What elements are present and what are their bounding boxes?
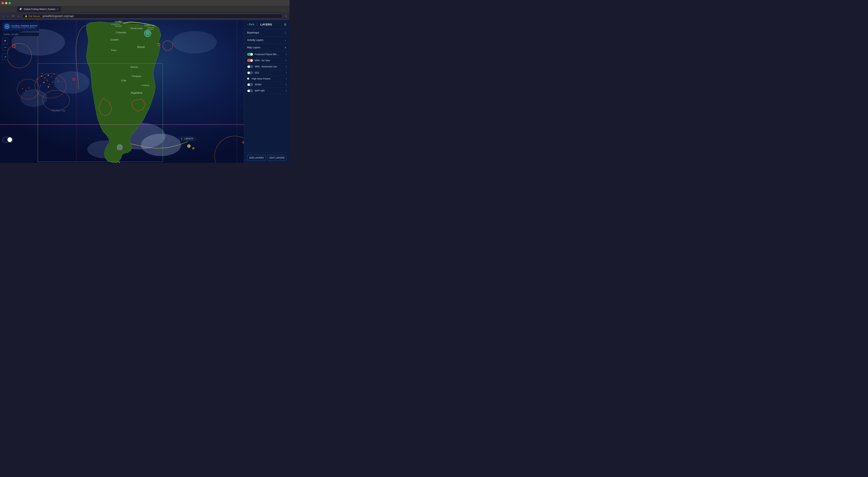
svg-point-63 (192, 147, 194, 149)
map-background: Venezuela Colombia Ecuador Perú Brasil B… (0, 20, 244, 163)
svg-point-33 (58, 81, 59, 82)
svg-point-25 (41, 76, 42, 77)
lock-icon: 🔒 (25, 15, 27, 17)
mpa-restricted-name: MPA - Restricted Use (255, 65, 284, 68)
logo-block[interactable]: GLOBAL FISHING WATCH Sustainability thro… (2, 22, 39, 31)
svg-text:Panamá: Panamá (115, 25, 122, 27)
layer-item-protected-planet: Protected Planet WD... i (244, 51, 289, 57)
svg-text:Colombia: Colombia (116, 31, 126, 34)
logo-text: GLOBAL FISHING WATCH Sustainability thro… (11, 25, 37, 28)
activity-layers-section[interactable]: Activity Layers ⌄ (244, 36, 289, 44)
protected-planet-toggle[interactable] (247, 53, 253, 56)
browser-chrome (0, 0, 289, 6)
protected-planet-info-icon[interactable]: i (286, 53, 286, 56)
back-arrow-icon: ‹ (247, 23, 248, 26)
tab-title: Global Fishing Watch | Sustain (24, 8, 56, 10)
svg-text:Nicaragua: Nicaragua (115, 21, 123, 23)
svg-point-28 (43, 82, 44, 83)
close-button[interactable] (2, 2, 4, 4)
traffic-lights (2, 2, 11, 4)
high-seas-pocket-name: High Seas Pocket (252, 78, 284, 80)
rfmo-toggle[interactable] (247, 83, 253, 86)
svg-point-59 (146, 31, 149, 35)
svg-text:Perú: Perú (111, 49, 116, 52)
layer-item-eez: EEZ i (244, 70, 289, 76)
svg-point-8 (141, 134, 181, 156)
eez-toggle[interactable] (247, 71, 253, 74)
svg-text:Bolivia: Bolivia (130, 66, 138, 68)
layer-toggle-button[interactable] (2, 137, 13, 143)
layer-item-wpp-nri: WPP NRI i (244, 88, 289, 94)
svg-point-27 (37, 79, 37, 80)
layer-item-high-seas-pocket: High Seas Pocket i (244, 76, 289, 82)
maximize-button[interactable] (8, 2, 11, 4)
url-display: globalfishingwatch.org/map/ (42, 14, 74, 18)
svg-text:Ecuador: Ecuador (111, 38, 119, 41)
address-input[interactable]: 🔒 Not Secure globalfishingwatch.org/map/ (22, 14, 283, 19)
active-tab[interactable]: 🌊 Global Fishing Watch | Sustain ✕ (17, 6, 61, 12)
tab-close-icon[interactable]: ✕ (57, 8, 59, 10)
svg-point-23 (44, 78, 45, 79)
mpa-restricted-toggle[interactable] (247, 65, 253, 68)
svg-point-38 (28, 88, 29, 88)
minimize-button[interactable] (5, 2, 7, 4)
back-nav-button[interactable]: ‹ (2, 14, 5, 18)
edit-layers-button[interactable]: EDIT LAYERS (268, 155, 286, 161)
add-layers-button[interactable]: ADD LAYERS (247, 155, 266, 161)
basemaps-section[interactable]: Basemaps ⌄ (244, 29, 289, 36)
svg-point-37 (26, 90, 27, 91)
map-layers-label: Map Layers (247, 46, 260, 49)
eez-info-icon[interactable]: i (286, 71, 286, 74)
share-button[interactable]: ↗ (2, 54, 8, 60)
svg-point-24 (53, 73, 54, 74)
svg-point-21 (48, 74, 49, 76)
svg-point-62 (187, 144, 191, 148)
month-indicator: ⚙ 1 MONTH (179, 137, 195, 141)
zoom-out-button[interactable]: − (2, 44, 8, 51)
zoom-in-button[interactable]: + (2, 38, 8, 44)
map-layers-section[interactable]: Map Layers ∧ (244, 44, 289, 51)
svg-point-26 (47, 80, 48, 81)
tab-favicon: 🌊 (20, 8, 23, 10)
back-button[interactable]: ‹ Back (247, 23, 254, 26)
panel-divider: | (257, 23, 258, 26)
svg-point-31 (42, 73, 42, 74)
app-subtitle: Sustainability through Transparency (11, 27, 37, 28)
svg-text:Venezuela: Venezuela (130, 27, 143, 30)
layer-item-mpa-no-take: MPA - No Take i (244, 57, 289, 64)
wpp-nri-toggle[interactable] (247, 89, 253, 92)
coordinates-display: -0.5751, -24.1457 (2, 33, 39, 36)
left-toolbar: GLOBAL FISHING WATCH Sustainability thro… (2, 22, 39, 60)
security-label: Not Secure (29, 15, 40, 18)
map-layers-chevron-up-icon: ∧ (285, 46, 286, 49)
svg-text:Chile: Chile (121, 79, 126, 82)
panel-header: ‹ Back | LAYERS ⊞ (244, 20, 289, 29)
svg-rect-61 (117, 145, 122, 150)
svg-text:Surinam: Surinam (148, 28, 153, 30)
main-layout: Venezuela Colombia Ecuador Perú Brasil B… (0, 20, 289, 163)
svg-point-22 (51, 76, 52, 77)
wpp-nri-info-icon[interactable]: i (286, 89, 286, 92)
svg-point-29 (52, 82, 53, 83)
reload-button[interactable]: ↺ (11, 14, 15, 18)
rfmo-info-icon[interactable]: i (286, 83, 286, 86)
mpa-restricted-info-icon[interactable]: i (286, 65, 286, 68)
forward-nav-button[interactable]: › (6, 14, 9, 18)
layers-stack-icon: ⊞ (284, 23, 286, 26)
high-seas-info-icon[interactable]: i (286, 78, 286, 80)
svg-text:Paraguay: Paraguay (132, 75, 141, 78)
app-title: GLOBAL FISHING WATCH (11, 25, 37, 27)
svg-point-35 (40, 85, 41, 86)
basemaps-chevron-icon: ⌄ (284, 31, 286, 34)
mpa-no-take-name: MPA - No Take (255, 59, 284, 62)
home-button[interactable]: ⌂ (17, 14, 20, 18)
map-area[interactable]: Venezuela Colombia Ecuador Perú Brasil B… (0, 20, 244, 163)
address-bar: ‹ › ↺ ⌂ 🔒 Not Secure globalfishingwatch.… (0, 12, 289, 20)
svg-point-3 (54, 71, 90, 93)
mpa-no-take-toggle[interactable] (247, 59, 253, 62)
basemaps-label: Basemaps (247, 31, 259, 34)
svg-point-5 (172, 31, 217, 53)
mpa-no-take-info-icon[interactable]: i (286, 59, 286, 62)
panel-title: LAYERS (260, 23, 272, 26)
bookmark-icon[interactable]: ☆ (284, 14, 287, 18)
